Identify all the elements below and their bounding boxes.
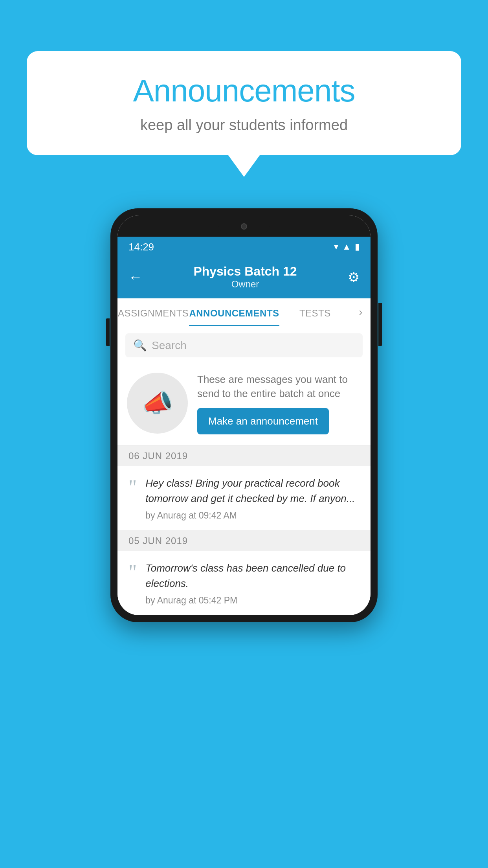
- settings-icon[interactable]: ⚙: [348, 269, 360, 285]
- status-icons: ▾ ▲ ▮: [334, 242, 360, 252]
- announcement-item-1[interactable]: " Hey class! Bring your practical record…: [117, 466, 371, 531]
- announcement-content-2: Tomorrow's class has been cancelled due …: [145, 561, 360, 606]
- search-icon: 🔍: [133, 339, 147, 352]
- tab-announcements[interactable]: ANNOUNCEMENTS: [189, 298, 279, 326]
- wifi-icon: ▾: [334, 242, 338, 252]
- speech-bubble: Announcements keep all your students inf…: [27, 51, 461, 155]
- battery-icon: ▮: [355, 242, 360, 252]
- header-subtitle: Owner: [143, 279, 348, 290]
- notch-cutout: [218, 219, 270, 234]
- camera-dot: [241, 223, 247, 230]
- tab-tests[interactable]: TESTS: [279, 298, 351, 326]
- status-bar: 14:29 ▾ ▲ ▮: [117, 237, 371, 257]
- announcement-icon-circle: 📣: [127, 373, 188, 434]
- announcement-content-1: Hey class! Bring your practical record b…: [145, 476, 360, 521]
- speech-bubble-title: Announcements: [50, 73, 438, 109]
- search-placeholder: Search: [152, 339, 187, 352]
- make-announcement-button[interactable]: Make an announcement: [197, 408, 329, 434]
- speech-bubble-subtitle: keep all your students informed: [50, 117, 438, 134]
- quote-icon-2: ": [128, 562, 137, 583]
- phone-device: 14:29 ▾ ▲ ▮ ← Physics Batch 12 Owner ⚙: [110, 208, 378, 622]
- date-separator-1: 06 JUN 2019: [117, 446, 371, 466]
- announcement-item-2[interactable]: " Tomorrow's class has been cancelled du…: [117, 551, 371, 615]
- tab-assignments[interactable]: ASSIGNMENTS: [117, 298, 189, 326]
- search-bar[interactable]: 🔍 Search: [125, 333, 363, 357]
- speech-bubble-arrow: [228, 155, 260, 177]
- quote-icon-1: ": [128, 477, 137, 498]
- phone-screen: 14:29 ▾ ▲ ▮ ← Physics Batch 12 Owner ⚙: [117, 215, 371, 615]
- signal-icon: ▲: [342, 242, 351, 252]
- date-separator-2: 05 JUN 2019: [117, 531, 371, 551]
- promo-description: These are messages you want to send to t…: [197, 372, 361, 401]
- announcement-meta-2: by Anurag at 05:42 PM: [145, 595, 360, 606]
- speech-bubble-section: Announcements keep all your students inf…: [27, 51, 461, 177]
- tab-bar: ASSIGNMENTS ANNOUNCEMENTS TESTS ›: [117, 298, 371, 326]
- announcement-meta-1: by Anurag at 09:42 AM: [145, 510, 360, 521]
- app-header: ← Physics Batch 12 Owner ⚙: [117, 257, 371, 298]
- phone-notch: [117, 215, 371, 237]
- header-title-area: Physics Batch 12 Owner: [143, 264, 348, 290]
- promo-content: These are messages you want to send to t…: [197, 372, 361, 434]
- phone-wrapper: 14:29 ▾ ▲ ▮ ← Physics Batch 12 Owner ⚙: [27, 208, 461, 622]
- back-button[interactable]: ←: [128, 269, 143, 285]
- header-title: Physics Batch 12: [143, 264, 348, 279]
- promo-area: 📣 These are messages you want to send to…: [117, 364, 371, 446]
- megaphone-icon: 📣: [142, 388, 173, 418]
- announcement-text-1: Hey class! Bring your practical record b…: [145, 476, 360, 506]
- tab-more[interactable]: ›: [351, 298, 371, 326]
- announcement-text-2: Tomorrow's class has been cancelled due …: [145, 561, 360, 591]
- status-time: 14:29: [128, 241, 154, 253]
